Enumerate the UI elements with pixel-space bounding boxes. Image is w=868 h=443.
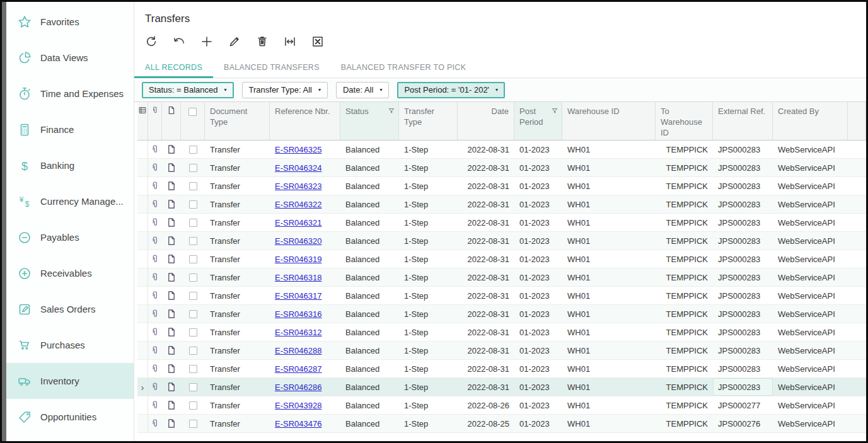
col-header-reference-nbr[interactable]: Reference Nbr. xyxy=(270,102,340,140)
table-row[interactable]: Transfer E-SR046317 Balanced 1-Step 2022… xyxy=(137,287,866,305)
col-header-warehouse-id[interactable]: Warehouse ID xyxy=(562,102,656,140)
note-button[interactable] xyxy=(162,177,181,195)
row-checkbox[interactable] xyxy=(181,287,205,304)
note-button[interactable] xyxy=(162,232,181,250)
attachment-button[interactable] xyxy=(148,159,162,176)
row-checkbox[interactable] xyxy=(181,415,205,432)
reference-link[interactable]: E-SR046287 xyxy=(275,364,321,374)
filter-chip-post-period[interactable]: Post Period: = '01- 202' ▾ xyxy=(397,82,505,98)
attachment-button[interactable] xyxy=(148,177,162,195)
col-header-created-by[interactable]: Created By xyxy=(773,102,848,140)
col-header-attachments[interactable] xyxy=(148,102,162,140)
row-selector-cell[interactable] xyxy=(137,323,148,341)
table-row[interactable]: Transfer E-SR046325 Balanced 1-Step 2022… xyxy=(137,141,866,159)
table-row[interactable]: Transfer E-SR046323 Balanced 1-Step 2022… xyxy=(137,177,866,195)
filter-chip-date[interactable]: Date: All ▾ xyxy=(336,82,389,98)
row-selector-cell[interactable] xyxy=(137,177,148,195)
table-row[interactable]: Transfer E-SR046316 Balanced 1-Step 2022… xyxy=(137,305,866,323)
attachment-button[interactable] xyxy=(148,268,162,286)
note-button[interactable] xyxy=(162,323,181,341)
col-header-date[interactable]: Date xyxy=(458,102,514,140)
sidebar-item-inventory[interactable]: Inventory xyxy=(6,363,134,399)
row-checkbox[interactable] xyxy=(181,141,205,158)
row-checkbox[interactable] xyxy=(181,232,205,250)
row-selector-cell[interactable] xyxy=(137,232,148,250)
row-checkbox[interactable] xyxy=(181,342,205,359)
row-selector-cell[interactable] xyxy=(137,195,148,213)
filter-chip-transfer-type[interactable]: Transfer Type: All ▾ xyxy=(242,82,328,98)
select-all-checkbox[interactable] xyxy=(181,102,205,140)
reference-link[interactable]: E-SR046286 xyxy=(275,383,321,392)
row-checkbox[interactable] xyxy=(181,195,205,213)
attachment-button[interactable] xyxy=(148,305,162,323)
note-button[interactable] xyxy=(162,360,181,377)
delete-button[interactable] xyxy=(253,32,271,50)
row-selector-cell[interactable] xyxy=(137,305,148,323)
note-button[interactable] xyxy=(162,141,181,158)
row-checkbox[interactable] xyxy=(181,323,205,341)
row-selector-cell[interactable] xyxy=(137,268,148,286)
attachment-button[interactable] xyxy=(148,287,162,304)
sidebar-item-receivables[interactable]: Receivables xyxy=(6,255,134,291)
attachment-button[interactable] xyxy=(148,250,162,268)
row-checkbox[interactable] xyxy=(181,378,205,396)
tab-balanced-transfers[interactable]: BALANCED TRANSFERS xyxy=(213,59,330,78)
reference-link[interactable]: E-SR043928 xyxy=(275,401,321,410)
row-selector-cell[interactable] xyxy=(137,360,148,377)
reference-link[interactable]: E-SR046318 xyxy=(275,273,321,282)
note-button[interactable] xyxy=(162,214,181,231)
attachment-button[interactable] xyxy=(148,214,162,231)
note-button[interactable] xyxy=(162,378,181,396)
reference-link[interactable]: E-SR046323 xyxy=(275,181,321,191)
row-checkbox[interactable] xyxy=(181,268,205,286)
note-button[interactable] xyxy=(162,159,181,176)
reference-link[interactable]: E-SR046320 xyxy=(275,236,321,246)
reference-link[interactable]: E-SR046321 xyxy=(275,218,321,227)
note-button[interactable] xyxy=(162,396,181,414)
sidebar-item-opportunities[interactable]: Opportunities xyxy=(6,399,134,435)
row-checkbox[interactable] xyxy=(181,159,205,176)
table-row[interactable]: Transfer E-SR046287 Balanced 1-Step 2022… xyxy=(137,360,866,378)
reference-link[interactable]: E-SR046316 xyxy=(275,309,321,319)
attachment-button[interactable] xyxy=(148,342,162,359)
sidebar-item-payables[interactable]: Payables xyxy=(6,219,134,255)
reference-link[interactable]: E-SR046312 xyxy=(275,328,321,337)
row-selector-cell[interactable] xyxy=(137,214,148,231)
sidebar-item-currency-manage[interactable]: Currency Manage... xyxy=(6,183,134,219)
table-row[interactable]: Transfer E-SR046288 Balanced 1-Step 2022… xyxy=(137,342,866,360)
reference-link[interactable]: E-SR046317 xyxy=(275,291,321,301)
col-header-external-ref[interactable]: External Ref. xyxy=(713,102,773,140)
sidebar-item-sales-orders[interactable]: Sales Orders xyxy=(6,291,134,327)
reference-link[interactable]: E-SR046322 xyxy=(275,200,321,209)
attachment-button[interactable] xyxy=(148,378,162,396)
col-header-status[interactable]: Status xyxy=(340,102,399,140)
row-checkbox[interactable] xyxy=(181,360,205,377)
row-checkbox[interactable] xyxy=(181,396,205,414)
sidebar-item-purchases[interactable]: Purchases xyxy=(6,327,134,363)
table-row[interactable]: › Transfer E-SR046286 Balanced 1-Step 20… xyxy=(137,378,866,396)
table-row[interactable]: Transfer E-SR046318 Balanced 1-Step 2022… xyxy=(137,268,866,287)
tab-all-records[interactable]: ALL RECORDS xyxy=(134,59,213,78)
reference-link[interactable]: E-SR046325 xyxy=(275,145,321,154)
attachment-button[interactable] xyxy=(148,360,162,377)
row-selector-cell[interactable] xyxy=(137,159,148,176)
row-selector-cell[interactable] xyxy=(137,415,148,432)
attachment-button[interactable] xyxy=(148,232,162,250)
grid-config-button[interactable] xyxy=(137,102,148,140)
row-selector-cell[interactable] xyxy=(137,396,148,414)
row-checkbox[interactable] xyxy=(181,214,205,231)
attachment-button[interactable] xyxy=(148,141,162,158)
attachment-button[interactable] xyxy=(148,323,162,341)
col-header-notes[interactable] xyxy=(162,102,181,140)
note-button[interactable] xyxy=(162,268,181,286)
note-button[interactable] xyxy=(162,287,181,304)
note-button[interactable] xyxy=(162,342,181,359)
col-header-transfer-type[interactable]: Transfer Type xyxy=(399,102,458,140)
export-excel-button[interactable] xyxy=(308,32,327,50)
sidebar-item-data-views[interactable]: Data Views xyxy=(6,40,134,76)
reference-link[interactable]: E-SR046319 xyxy=(275,255,321,264)
row-checkbox[interactable] xyxy=(181,177,205,195)
row-checkbox[interactable] xyxy=(181,305,205,323)
table-row[interactable]: Transfer E-SR046320 Balanced 1-Step 2022… xyxy=(137,232,866,250)
left-scrollbar[interactable] xyxy=(2,2,6,441)
